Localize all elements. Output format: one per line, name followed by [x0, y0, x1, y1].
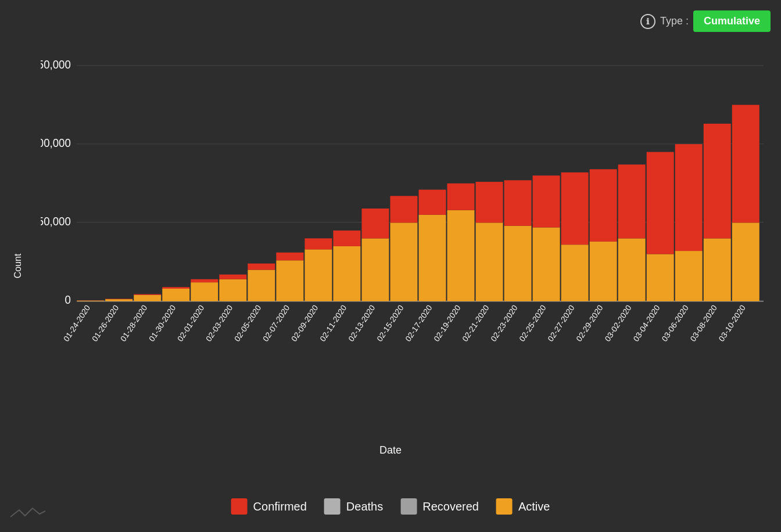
- svg-rect-75: [704, 238, 731, 301]
- svg-text:01-24-2020: 01-24-2020: [62, 303, 92, 343]
- svg-rect-78: [732, 222, 759, 301]
- svg-rect-21: [191, 282, 218, 301]
- svg-rect-45: [419, 215, 446, 301]
- svg-rect-12: [105, 299, 132, 301]
- svg-text:02-03-2020: 02-03-2020: [204, 303, 234, 343]
- x-axis-label: Date: [379, 444, 402, 456]
- svg-text:01-26-2020: 01-26-2020: [90, 303, 120, 343]
- legend-deaths: Deaths: [324, 498, 383, 515]
- svg-rect-15: [134, 295, 161, 301]
- svg-rect-66: [618, 238, 646, 301]
- svg-rect-79: [732, 105, 759, 223]
- info-icon[interactable]: ℹ: [640, 14, 655, 29]
- svg-rect-58: [533, 175, 560, 227]
- svg-text:02-19-2020: 02-19-2020: [432, 303, 462, 343]
- svg-rect-43: [390, 196, 417, 222]
- deaths-legend-label: Deaths: [346, 500, 383, 513]
- svg-rect-39: [361, 238, 389, 301]
- svg-rect-52: [476, 182, 503, 222]
- svg-rect-36: [333, 246, 360, 301]
- svg-rect-61: [561, 172, 589, 245]
- svg-text:01-28-2020: 01-28-2020: [119, 303, 149, 343]
- svg-rect-42: [390, 222, 417, 301]
- recovered-legend-label: Recovered: [422, 500, 479, 513]
- svg-rect-34: [304, 238, 332, 249]
- svg-text:02-05-2020: 02-05-2020: [232, 303, 263, 343]
- svg-rect-60: [561, 245, 589, 301]
- svg-rect-69: [647, 254, 674, 301]
- svg-rect-31: [276, 253, 303, 261]
- deaths-color-box: [324, 498, 341, 515]
- svg-rect-63: [590, 242, 617, 301]
- active-color-box: [496, 498, 513, 515]
- svg-text:03-10-2020: 03-10-2020: [716, 303, 747, 343]
- recovered-color-box: [400, 498, 417, 515]
- svg-rect-22: [191, 279, 218, 282]
- svg-rect-27: [248, 270, 275, 301]
- svg-rect-40: [361, 209, 389, 238]
- svg-rect-70: [647, 152, 674, 254]
- svg-text:02-13-2020: 02-13-2020: [346, 303, 377, 343]
- svg-text:02-25-2020: 02-25-2020: [517, 303, 547, 343]
- svg-text:02-01-2020: 02-01-2020: [175, 303, 206, 343]
- chart-area: 150,000 100,000 50,000 0 01-24-202001-26…: [41, 46, 764, 416]
- svg-rect-16: [134, 294, 161, 294]
- svg-text:02-09-2020: 02-09-2020: [289, 303, 320, 343]
- svg-text:0: 0: [65, 294, 70, 307]
- svg-text:150,000: 150,000: [41, 59, 71, 71]
- svg-rect-28: [248, 264, 275, 270]
- svg-rect-33: [304, 249, 332, 301]
- svg-rect-73: [675, 144, 703, 251]
- legend: Confirmed Deaths Recovered Active: [231, 498, 550, 515]
- svg-rect-48: [447, 210, 475, 301]
- svg-rect-19: [162, 287, 189, 289]
- svg-rect-46: [419, 190, 446, 215]
- confirmed-color-box: [231, 498, 248, 515]
- svg-text:02-17-2020: 02-17-2020: [403, 303, 434, 343]
- svg-text:02-15-2020: 02-15-2020: [375, 303, 405, 343]
- svg-text:01-30-2020: 01-30-2020: [147, 303, 177, 343]
- svg-text:03-08-2020: 03-08-2020: [688, 303, 718, 343]
- svg-rect-51: [476, 222, 503, 301]
- svg-rect-18: [162, 289, 189, 301]
- chart-container: ℹ Type : Cumulative Count 150,000 100,00…: [0, 0, 781, 532]
- type-label: Type :: [660, 15, 689, 27]
- svg-text:50,000: 50,000: [41, 215, 71, 228]
- watermark: [10, 505, 45, 525]
- confirmed-legend-label: Confirmed: [253, 500, 307, 513]
- svg-rect-72: [675, 251, 703, 301]
- y-axis-label: Count: [13, 254, 23, 279]
- svg-text:02-27-2020: 02-27-2020: [546, 303, 576, 343]
- svg-text:02-11-2020: 02-11-2020: [318, 303, 348, 343]
- svg-rect-25: [219, 275, 246, 279]
- svg-text:02-07-2020: 02-07-2020: [261, 303, 291, 343]
- cumulative-button[interactable]: Cumulative: [693, 10, 771, 32]
- svg-rect-9: [77, 301, 104, 301]
- svg-rect-24: [219, 279, 246, 301]
- svg-rect-76: [704, 124, 731, 238]
- svg-text:02-29-2020: 02-29-2020: [574, 303, 604, 343]
- legend-confirmed: Confirmed: [231, 498, 307, 515]
- svg-rect-54: [504, 226, 532, 301]
- svg-rect-37: [333, 231, 360, 246]
- svg-rect-64: [590, 169, 617, 241]
- legend-recovered: Recovered: [400, 498, 479, 515]
- svg-text:100,000: 100,000: [41, 137, 71, 150]
- svg-text:03-02-2020: 03-02-2020: [603, 303, 633, 343]
- svg-text:02-23-2020: 02-23-2020: [489, 303, 519, 343]
- svg-text:02-21-2020: 02-21-2020: [460, 303, 490, 343]
- svg-rect-55: [504, 180, 532, 225]
- active-legend-label: Active: [518, 500, 550, 513]
- svg-rect-30: [276, 260, 303, 301]
- legend-active: Active: [496, 498, 550, 515]
- svg-rect-67: [618, 164, 646, 238]
- svg-rect-57: [533, 227, 560, 301]
- top-right-controls: ℹ Type : Cumulative: [640, 10, 771, 32]
- svg-text:03-06-2020: 03-06-2020: [660, 303, 690, 343]
- svg-rect-13: [105, 299, 132, 300]
- svg-rect-49: [447, 184, 475, 210]
- svg-text:03-04-2020: 03-04-2020: [631, 303, 661, 343]
